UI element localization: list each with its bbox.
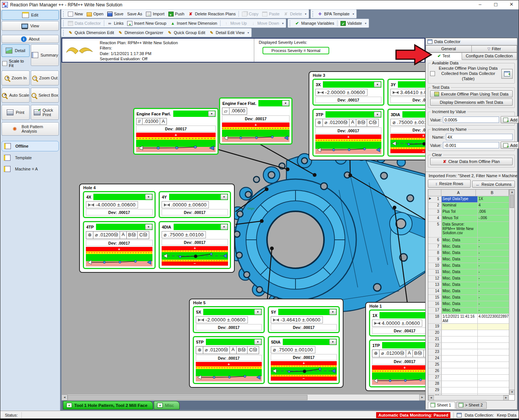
cell-a[interactable]: Misc. Data (442, 295, 478, 301)
increment-value-input[interactable] (443, 117, 499, 123)
toolbar-grip[interactable] (63, 30, 64, 36)
edit-mode-button[interactable]: Edit (2, 10, 59, 20)
scroll-left-icon[interactable]: ◄ (428, 395, 434, 401)
toolbar-button-detail-edit-view[interactable]: Detail Edit View (207, 30, 246, 36)
table-row[interactable]: 20 (428, 330, 509, 336)
cell-a[interactable]: Nominal (442, 203, 478, 209)
dimension-card-5x[interactable]: 5X▼-2.00000 ±.00600Dev: .00017 (193, 306, 265, 333)
cell-b[interactable]: 1X (478, 196, 509, 202)
dropdown-button[interactable]: ▼ (329, 309, 336, 315)
cell-b[interactable]: - (478, 257, 509, 263)
table-row[interactable]: 22 (428, 343, 509, 349)
cell-a[interactable]: Misc. Data (442, 263, 478, 269)
increment-name-input[interactable] (446, 134, 513, 140)
toolbar-button-save[interactable]: Save (105, 11, 125, 17)
cell-a[interactable] (442, 381, 478, 387)
dimension-group-hole-5[interactable]: Hole 55X▼-2.00000 ±.00600Dev: .000175Y▼-… (189, 299, 344, 388)
sheet-tab-sheet-2[interactable]: > Sheet 2 (456, 402, 487, 409)
table-row[interactable]: 12Misc. Data- (428, 276, 509, 282)
row-header[interactable]: 3 (428, 209, 442, 215)
dimension-card-engine-face-flat[interactable]: Engine Face Flat.▼▱.00600Dev: .00017+ (219, 97, 292, 145)
row-header[interactable]: 2 (428, 203, 442, 209)
execute-offline-plan-button[interactable]: Execute Offline Plan Using Test Data (430, 90, 513, 97)
minimize-icon[interactable]: – (472, 1, 488, 9)
sidebar-item-template[interactable]: Template (2, 153, 59, 163)
table-row[interactable]: 19 (428, 324, 509, 330)
dropdown-button[interactable]: ▼ (374, 82, 381, 87)
table-row[interactable]: 15Misc. Data- (428, 295, 509, 301)
plan-canvas[interactable]: Origin Engine Face Parl.▼ (62, 63, 425, 395)
row-header[interactable]: 16 (428, 301, 442, 307)
cell-a[interactable]: Misc. Data (442, 301, 478, 307)
dimension-card-3x[interactable]: 3X▼-2.00000 ±.00600Dev: .00017 (312, 79, 384, 106)
sidebar-item-machine-a[interactable]: Machine = A (2, 164, 59, 174)
cell-b[interactable] (478, 349, 509, 355)
dimension-card-5tp[interactable]: 5TP▼⊕⌀ .01200ⓂABⓂCⓂDev: .00017+ (193, 336, 265, 384)
cell-b[interactable] (478, 375, 509, 381)
cell-b[interactable] (478, 343, 509, 349)
scroll-left-icon[interactable]: ◄ (62, 395, 68, 401)
cell-a[interactable] (442, 324, 478, 330)
row-header[interactable]: 26 (428, 368, 442, 374)
row-header[interactable]: 4 (428, 215, 442, 221)
cell-a[interactable]: Misc. Data (442, 257, 478, 263)
toolbar-grip[interactable] (63, 21, 64, 26)
row-header[interactable]: 15 (428, 295, 442, 301)
add-name-button[interactable]: Add (501, 142, 519, 149)
close-icon[interactable]: ✕ (504, 1, 519, 9)
toolbar-button-dimension-organizer[interactable]: Dimension Organizer (116, 30, 165, 36)
toolbar-button-quick-dimension-edit[interactable]: Quick Dimension Edit (66, 30, 116, 36)
toolbar-button-links[interactable]: Links (105, 21, 126, 26)
toolbar-button-push[interactable]: Push (166, 11, 186, 17)
cell-b[interactable]: - (478, 238, 509, 244)
cell-a[interactable]: Misc. Data (442, 288, 478, 294)
sidebar-item-offline[interactable]: Offline (2, 141, 59, 151)
zoom-in-button[interactable]: Zoom In (2, 70, 30, 85)
toolbar-button-save-as[interactable]: Save As (125, 11, 144, 16)
cell-a[interactable]: Misc. Data (442, 238, 478, 244)
scroll-thumb[interactable] (68, 395, 308, 400)
column-header-b[interactable]: B (476, 190, 509, 196)
table-row[interactable]: 26 (428, 368, 509, 375)
row-header[interactable]: 14 (428, 288, 442, 294)
select-box-button[interactable]: Select Box (31, 88, 59, 103)
toolbar-button-import[interactable]: Import (144, 11, 166, 17)
quick-print-button[interactable]: Quick Print (31, 105, 59, 120)
cell-b[interactable]: - (478, 288, 509, 294)
display-dimensions-button[interactable]: Display Dimensions with Test Data (430, 99, 513, 106)
cell-a[interactable] (442, 349, 478, 355)
dropdown-button[interactable]: ▼ (220, 194, 228, 200)
table-row[interactable]: 3Plus Tol.006 (428, 209, 509, 215)
table-vertical-scrollbar[interactable]: ▲ ▼ (509, 190, 514, 395)
toolbar-button-insert-new-group[interactable]: Insert New Group (125, 21, 168, 26)
dimension-card-4tp[interactable]: 4TP▼⊕⌀ .01200ⓂABⓂCⓂDev: .00017+ (83, 221, 156, 269)
table-row[interactable]: 23 (428, 349, 509, 356)
scroll-thumb[interactable] (510, 195, 514, 208)
cell-a[interactable] (442, 375, 478, 381)
toolbar-button-insert-new-dimension[interactable]: Insert New Dimension (168, 21, 219, 26)
dimension-group-hole-3[interactable]: Hole 33X▼-2.00000 ±.00600Dev: .000173Y▼3… (309, 71, 425, 160)
cell-a[interactable]: Misc. Data (442, 269, 478, 275)
dimension-card-3tp[interactable]: 3TP▼⊕⌀ .01200ⓂABⓂCⓂDev: .00017+ (312, 109, 384, 157)
dimension-card-3dia[interactable]: 3DIA▼⌀ .75000 ±.00100Dev: .00017+− (387, 109, 425, 157)
open-table-button[interactable] (501, 69, 513, 79)
toolbar-button-open[interactable]: Open (85, 11, 105, 17)
summary-view-button[interactable]: Summary (31, 44, 59, 66)
print-button[interactable]: Print (2, 105, 30, 120)
toolbar-overflow-icon[interactable]: ▾ (246, 31, 250, 34)
cell-b[interactable]: -.006 (478, 215, 509, 221)
cell-b[interactable] (478, 222, 509, 237)
auto-scale-button[interactable]: Auto Scale (2, 88, 30, 103)
table-row[interactable]: 9Misc. Data- (428, 257, 509, 263)
table-row[interactable]: 24 (428, 356, 509, 362)
dropdown-button[interactable]: ▼ (374, 112, 381, 117)
dimension-card-4dia[interactable]: 4DIA▼⌀ .75000 ±.00100Dev: .00017+− (159, 221, 231, 269)
dropdown-button[interactable]: ▼ (145, 224, 152, 230)
cell-a[interactable]: Plus Tol (442, 209, 478, 215)
dimension-card-1x[interactable]: 1X▼4.00000 ±.00600Dev: .00417 (369, 309, 425, 336)
cell-a[interactable]: Seq# DataType (442, 196, 478, 202)
cell-b[interactable]: - (478, 263, 509, 269)
table-row[interactable]: 181/12/2021 11:41:16 AM4.00122300228972 (428, 314, 509, 324)
column-header-a[interactable]: A (441, 190, 476, 196)
cell-a[interactable] (442, 362, 478, 368)
